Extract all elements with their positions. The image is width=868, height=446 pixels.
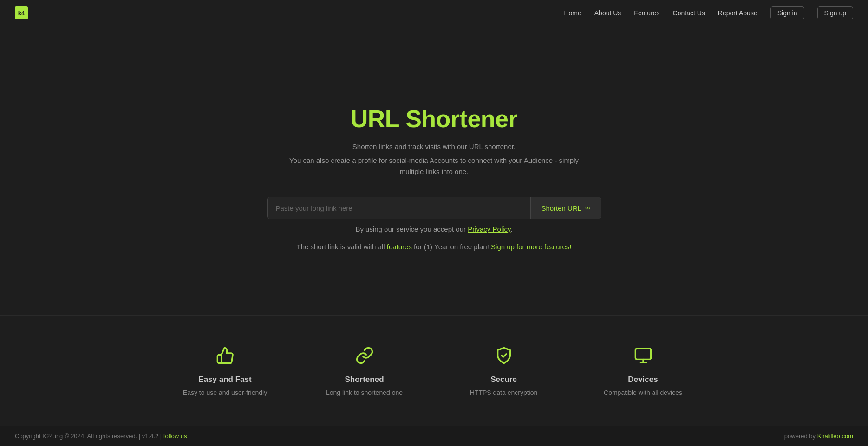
hero-subtitle2: You can also create a profile for social… [286, 155, 583, 177]
secure-title: Secure [490, 375, 517, 384]
url-box: Shorten URL ∞ [267, 197, 601, 219]
hero-section: URL Shortener Shorten links and track vi… [0, 26, 868, 315]
features-link[interactable]: features [387, 243, 412, 251]
link-chain-icon [352, 343, 377, 368]
footer: Copyright K24.ing © 2024. All rights res… [0, 426, 868, 446]
url-input[interactable] [268, 197, 531, 219]
logo: k4 [15, 6, 28, 19]
feature-shortened: Shortened Long link to shortened one [295, 343, 434, 398]
monitor-icon [631, 343, 655, 368]
svg-rect-0 [635, 349, 651, 359]
powered-by: powered by Khalilleo.com [784, 433, 853, 440]
feature-easy-fast: Easy and Fast Easy to use and user-frien… [156, 343, 295, 398]
thumbs-up-icon [213, 343, 237, 368]
nav-contact[interactable]: Contact Us [673, 9, 705, 17]
hero-subtitle1: Shorten links and track visits with our … [352, 141, 516, 152]
shortened-desc: Long link to shortened one [326, 388, 403, 398]
follow-us-link[interactable]: follow us [163, 433, 187, 440]
signin-button[interactable]: Sign in [770, 6, 804, 19]
nav-about[interactable]: About Us [594, 9, 621, 17]
nav-features[interactable]: Features [634, 9, 659, 17]
shortened-title: Shortened [345, 375, 384, 384]
devices-desc: Compatible with all devices [604, 388, 682, 398]
nav: Home About Us Features Contact Us Report… [564, 6, 853, 19]
shorten-url-button[interactable]: Shorten URL ∞ [530, 197, 600, 219]
easy-fast-desc: Easy to use and user-friendly [183, 388, 267, 398]
shield-check-icon [492, 343, 516, 368]
logo-mark: k4 [15, 6, 28, 19]
nav-report-abuse[interactable]: Report Abuse [718, 9, 757, 17]
header: k4 Home About Us Features Contact Us Rep… [0, 0, 868, 26]
devices-title: Devices [628, 375, 658, 384]
features-section: Easy and Fast Easy to use and user-frien… [0, 315, 868, 426]
easy-fast-title: Easy and Fast [198, 375, 251, 384]
privacy-policy-link[interactable]: Privacy Policy [468, 225, 510, 233]
khalilleo-link[interactable]: Khalilleo.com [817, 433, 853, 440]
footer-copyright: Copyright K24.ing © 2024. All rights res… [15, 433, 187, 440]
feature-secure: Secure HTTPS data encryption [434, 343, 574, 398]
feature-devices: Devices Compatible with all devices [574, 343, 713, 398]
signup-features-link[interactable]: Sign up for more features! [491, 243, 571, 251]
signup-button[interactable]: Sign up [817, 6, 853, 19]
validity-note: The short link is valid with all feature… [296, 241, 571, 252]
secure-desc: HTTPS data encryption [470, 388, 538, 398]
link-icon: ∞ [585, 204, 590, 212]
privacy-note: By using our service you accept our Priv… [355, 224, 512, 235]
hero-title: URL Shortener [351, 105, 517, 133]
nav-home[interactable]: Home [564, 9, 581, 17]
